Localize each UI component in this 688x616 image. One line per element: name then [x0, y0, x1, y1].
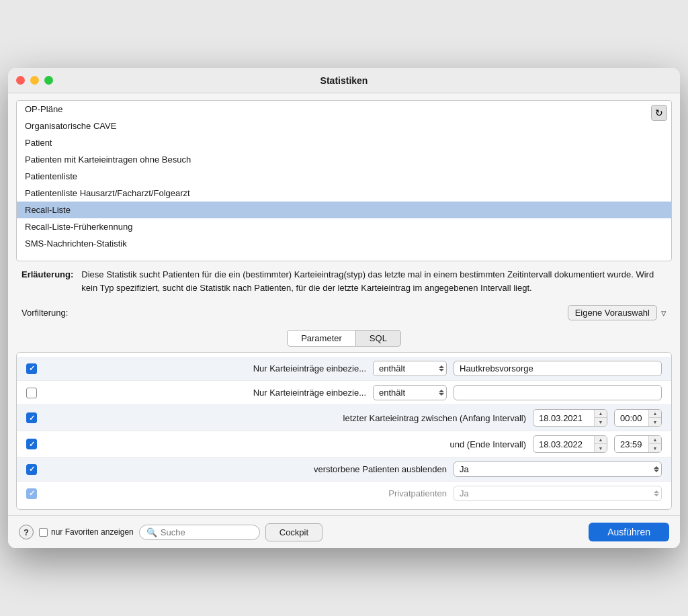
cockpit-button[interactable]: Cockpit	[265, 523, 322, 541]
param-select[interactable]: enthältistbeginnt mitendet mit	[373, 361, 447, 376]
date-spinner: 18.03.2022▲▼	[533, 435, 607, 453]
tabs-row: Parameter SQL	[8, 327, 680, 352]
run-button[interactable]: Ausführen	[589, 523, 669, 541]
close-button[interactable]	[16, 76, 25, 85]
param-select[interactable]: JaNein	[454, 486, 662, 501]
vorfilterung-right: Eigene Vorauswahl ▿	[568, 305, 666, 320]
time-up-button[interactable]: ▲	[649, 410, 661, 418]
param-checkbox[interactable]	[26, 363, 37, 374]
list-item[interactable]: Patienten mit Karteieintragen ohne Besuc…	[17, 151, 671, 168]
traffic-lights	[16, 76, 53, 85]
list-item[interactable]: Patient	[17, 134, 671, 151]
params-section: Nur Karteieinträge einbezie...enthältist…	[16, 352, 672, 510]
param-row: Nur Karteieinträge einbezie...enthältist…	[17, 357, 671, 381]
time-down-button[interactable]: ▼	[649, 418, 661, 426]
date-up-button[interactable]: ▲	[595, 436, 607, 444]
date-down-button[interactable]: ▼	[595, 444, 607, 452]
list-item[interactable]: Recall-Liste	[17, 202, 671, 218]
param-select-wrapper: JaNein	[454, 486, 662, 501]
param-input[interactable]	[454, 361, 662, 376]
param-row: Nur Karteieinträge einbezie...enthältist…	[17, 381, 671, 405]
favorites-check: nur Favoriten anzeigen	[39, 527, 134, 537]
param-checkbox[interactable]	[26, 412, 37, 423]
param-label: letzter Karteieintrag zwischen (Anfang I…	[44, 413, 526, 423]
time-value: 00:00	[615, 411, 648, 425]
search-input[interactable]	[161, 527, 253, 537]
refresh-button[interactable]: ↻	[651, 105, 667, 121]
time-spinner: 00:00▲▼	[614, 409, 662, 427]
param-select-wrapper: JaNein	[454, 461, 662, 477]
param-row: und (Ende Intervall)18.03.2022▲▼23:59▲▼	[17, 431, 671, 457]
time-up-button[interactable]: ▲	[649, 436, 661, 444]
list-item[interactable]: Recall-Liste-Früherkennung	[17, 218, 671, 235]
main-window: Statistiken OP-PläneOrganisatorische CAV…	[8, 68, 680, 548]
titlebar: Statistiken	[8, 68, 680, 93]
search-icon: 🔍	[146, 527, 157, 537]
help-button[interactable]: ?	[19, 525, 34, 539]
eigene-vorauswahl-button[interactable]: Eigene Vorauswahl	[568, 305, 657, 320]
time-spinner: 23:59▲▼	[614, 435, 662, 453]
param-label: Privatpatienten	[44, 488, 447, 498]
param-checkbox[interactable]	[26, 388, 37, 398]
list-item[interactable]: SMS-Nachrichten-Statistik	[17, 235, 671, 252]
list-section: OP-PläneOrganisatorische CAVEPatientPati…	[16, 100, 672, 261]
param-select[interactable]: enthältistbeginnt mitendet mit	[373, 385, 447, 400]
bottom-bar: ? nur Favoriten anzeigen 🔍 Cockpit Ausfü…	[8, 515, 680, 548]
list-item[interactable]: OP-Pläne	[17, 101, 671, 118]
param-select[interactable]: JaNein	[454, 461, 662, 477]
param-input[interactable]	[454, 385, 662, 400]
maximize-button[interactable]	[44, 76, 53, 85]
param-row: verstorbene Patienten ausblendenJaNein	[17, 457, 671, 482]
list-item[interactable]: Organisatorische CAVE	[17, 118, 671, 134]
minimize-button[interactable]	[30, 76, 39, 85]
param-checkbox[interactable]	[26, 439, 37, 449]
favorites-checkbox[interactable]	[39, 528, 48, 537]
time-down-button[interactable]: ▼	[649, 444, 661, 452]
param-label: Nur Karteieinträge einbezie...	[44, 363, 366, 373]
vorfilterung-row: Vorfilterung: Eigene Vorauswahl ▿	[8, 301, 680, 327]
param-checkbox[interactable]	[26, 464, 37, 475]
time-value: 23:59	[615, 437, 648, 451]
date-value: 18.03.2021	[533, 411, 594, 425]
param-row: letzter Karteieintrag zwischen (Anfang I…	[17, 405, 671, 431]
tab-sql[interactable]: SQL	[356, 330, 401, 347]
param-label: Nur Karteieinträge einbezie...	[44, 388, 366, 398]
param-label: verstorbene Patienten ausblenden	[44, 464, 447, 474]
bottom-left: ? nur Favoriten anzeigen 🔍 Cockpit	[19, 523, 322, 541]
date-spinner: 18.03.2021▲▼	[533, 409, 607, 427]
param-checkbox[interactable]	[26, 488, 37, 499]
content-area: OP-PläneOrganisatorische CAVEPatientPati…	[8, 93, 680, 548]
param-select-wrapper: enthältistbeginnt mitendet mit	[373, 361, 447, 376]
date-up-button[interactable]: ▲	[595, 410, 607, 418]
window-title: Statistiken	[320, 75, 368, 86]
list-scroll[interactable]: OP-PläneOrganisatorische CAVEPatientPati…	[17, 101, 671, 261]
param-select-wrapper: enthältistbeginnt mitendet mit	[373, 385, 447, 400]
date-value: 18.03.2022	[533, 437, 594, 451]
list-item[interactable]: Patientenliste Hausarzt/Facharzt/Folgear…	[17, 185, 671, 202]
list-item[interactable]: Patientenliste	[17, 168, 671, 185]
tab-parameter[interactable]: Parameter	[287, 330, 356, 347]
description-label: Erläuterung:	[22, 269, 73, 294]
favorites-label: nur Favoriten anzeigen	[51, 527, 134, 537]
description-text: Diese Statistik sucht Patienten für die …	[81, 268, 666, 294]
filter-icon[interactable]: ▿	[661, 307, 666, 319]
param-row: PrivatpatientenJaNein	[17, 482, 671, 505]
description-section: Erläuterung: Diese Statistik sucht Patie…	[8, 261, 680, 301]
date-down-button[interactable]: ▼	[595, 418, 607, 426]
param-label: und (Ende Intervall)	[44, 439, 526, 449]
vorfilterung-label: Vorfilterung:	[22, 308, 68, 318]
search-wrapper: 🔍	[139, 525, 260, 540]
